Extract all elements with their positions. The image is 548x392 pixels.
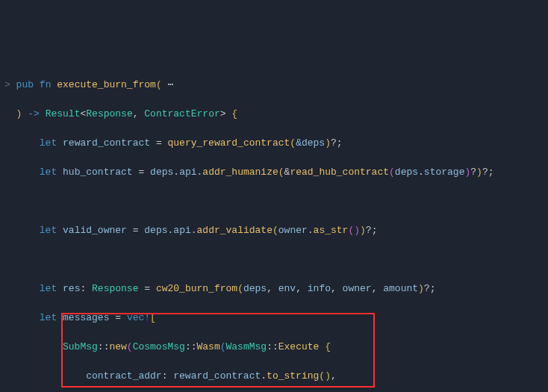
keyword-let: let bbox=[40, 137, 57, 149]
field-storage: storage bbox=[424, 167, 465, 178]
keyword-fn: fn bbox=[40, 79, 52, 90]
code-line: ) -> Result<Response, ContractError> { bbox=[4, 107, 548, 122]
param: deps bbox=[150, 167, 173, 178]
type-result: Result bbox=[46, 108, 81, 119]
vec-macro: vec! bbox=[127, 312, 150, 323]
type-submsg: SubMsg bbox=[63, 341, 98, 352]
field-api: api bbox=[173, 225, 190, 236]
method: addr_validate bbox=[197, 225, 273, 236]
type-wasmmsg: WasmMsg bbox=[226, 341, 267, 352]
function-call: query_reward_contract bbox=[168, 137, 290, 149]
keyword-let: let bbox=[40, 283, 57, 294]
ellipsis: ⋯ bbox=[168, 79, 174, 90]
code-line: let messages = vec![ bbox=[4, 311, 548, 326]
method: to_string bbox=[267, 370, 319, 382]
variable: reward_contract bbox=[63, 137, 150, 149]
keyword-let: let bbox=[40, 225, 57, 236]
type-cosmosmsg: CosmosMsg bbox=[133, 341, 185, 352]
function-call: cw20_burn_from bbox=[156, 283, 237, 294]
method: as_str bbox=[314, 225, 349, 236]
field: contract_addr bbox=[86, 370, 161, 382]
field-api: api bbox=[179, 167, 196, 178]
code-line bbox=[4, 194, 548, 209]
param: owner bbox=[278, 225, 308, 236]
code-line: let res: Response = cw20_burn_from(deps,… bbox=[4, 281, 548, 296]
param: info bbox=[308, 283, 331, 294]
param: env bbox=[278, 283, 296, 294]
function-call: read_hub_contract bbox=[290, 167, 389, 178]
code-editor[interactable]: > pub fn execute_burn_from( ⋯ ) -> Resul… bbox=[4, 63, 548, 392]
keyword-let: let bbox=[40, 312, 57, 323]
code-line bbox=[4, 252, 548, 267]
variable: res bbox=[63, 283, 80, 294]
method: addr_humanize bbox=[202, 167, 278, 178]
code-line: let valid_owner = deps.api.addr_validate… bbox=[4, 223, 548, 238]
variant-execute: Execute bbox=[278, 341, 320, 352]
type-response: Response bbox=[92, 283, 138, 294]
code-line: let reward_contract = query_reward_contr… bbox=[4, 136, 548, 151]
close-paren: ) bbox=[16, 108, 22, 119]
type-response: Response bbox=[86, 108, 132, 119]
param: owner bbox=[343, 283, 372, 294]
variable: messages bbox=[63, 312, 109, 323]
gutter-marker: > bbox=[4, 79, 16, 90]
arrow-operator: -> bbox=[28, 108, 40, 119]
param: deps bbox=[395, 167, 418, 178]
variant-wasm: Wasm bbox=[196, 341, 219, 352]
variable: reward_contract bbox=[173, 370, 261, 382]
code-line: let hub_contract = deps.api.addr_humaniz… bbox=[4, 165, 548, 180]
param-ref: &deps bbox=[296, 137, 325, 149]
method-new: new bbox=[109, 341, 126, 352]
open-paren: ( bbox=[156, 79, 162, 90]
type-contract-error: ContractError bbox=[144, 108, 219, 119]
variable: hub_contract bbox=[63, 167, 133, 178]
code-line: SubMsg::new(CosmosMsg::Wasm(WasmMsg::Exe… bbox=[4, 340, 548, 355]
code-line: contract_addr: reward_contract.to_string… bbox=[4, 369, 548, 384]
variable: valid_owner bbox=[63, 225, 127, 236]
param: deps bbox=[144, 225, 167, 236]
param: deps bbox=[243, 283, 267, 294]
code-line: > pub fn execute_burn_from( ⋯ bbox=[4, 78, 548, 93]
keyword-let: let bbox=[40, 167, 57, 178]
param: amount bbox=[383, 283, 418, 294]
function-name: execute_burn_from bbox=[57, 79, 156, 90]
keyword-pub: pub bbox=[16, 79, 34, 90]
